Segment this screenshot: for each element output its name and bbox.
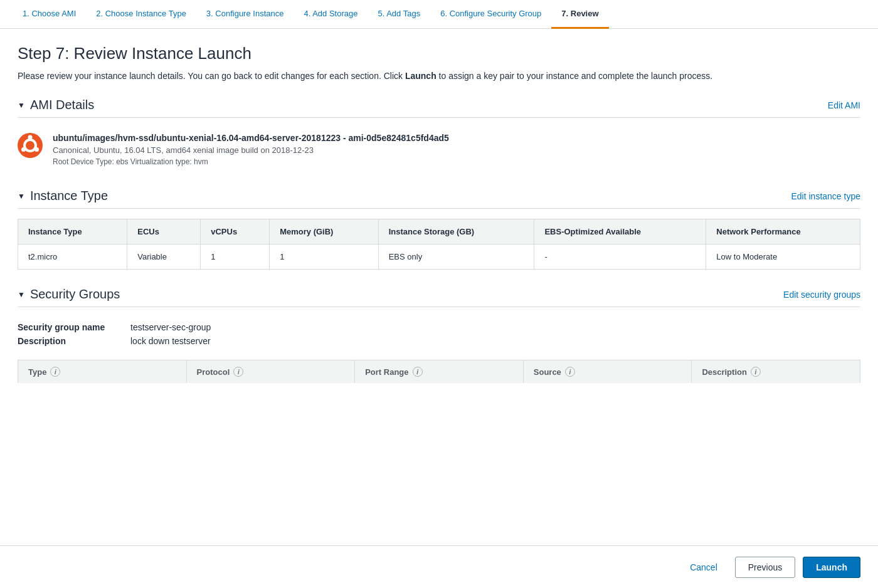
instance-type-title-group: ▼ Instance Type [18,189,108,203]
edit-security-groups-link[interactable]: Edit security groups [783,290,860,300]
launch-button[interactable]: Launch [803,557,860,578]
ami-description: Canonical, Ubuntu, 16.04 LTS, amd64 xeni… [53,145,449,155]
rules-header-source: Sourcei [524,360,692,383]
rules-header-type: Typei [18,360,187,383]
svg-point-4 [34,147,39,152]
wizard-tabs: 1. Choose AMI2. Choose Instance Type3. C… [0,0,878,29]
ami-section-header: ▼ AMI Details Edit AMI [18,98,860,118]
main-content: Step 7: Review Instance Launch Please re… [0,29,878,416]
tab-review[interactable]: 7. Review [551,0,608,29]
tab-add-tags[interactable]: 5. Add Tags [368,0,430,29]
th-ecus: ECUs [127,219,201,244]
sg-name-label: Security group name [18,322,130,332]
rules-header-protocol: Protocoli [187,360,356,383]
instance-type-table: Instance TypeECUsvCPUsMemory (GiB)Instan… [18,219,860,270]
security-groups-section-header: ▼ Security Groups Edit security groups [18,287,860,307]
instance-type-section: ▼ Instance Type Edit instance type Insta… [18,189,860,270]
ami-title-group: ▼ AMI Details [18,98,94,112]
previous-button[interactable]: Previous [735,557,795,578]
ubuntu-logo-icon [18,133,43,158]
td-5: - [534,244,706,270]
rules-header-label-port-range: Port Range [365,367,408,377]
th-memory-gib: Memory (GiB) [270,219,379,244]
edit-instance-type-link[interactable]: Edit instance type [791,191,860,201]
security-groups-details: Security group name testserver-sec-group… [18,317,860,360]
td-6: Low to Moderate [706,244,860,270]
info-icon-description[interactable]: i [751,367,761,377]
info-icon-port-range[interactable]: i [413,367,423,377]
table-row: t2.microVariable11EBS only-Low to Modera… [18,244,860,270]
info-icon-protocol[interactable]: i [233,367,243,377]
rules-table-header: TypeiProtocoliPort RangeiSourceiDescript… [18,360,860,383]
rules-header-label-description: Description [702,367,747,377]
tab-choose-instance-type[interactable]: 2. Choose Instance Type [86,0,196,29]
td-2: 1 [201,244,270,270]
tab-configure-security-group[interactable]: 6. Configure Security Group [430,0,551,29]
ami-details-content: ubuntu/images/hvm-ssd/ubuntu-xenial-16.0… [18,128,860,171]
cancel-button[interactable]: Cancel [680,557,727,577]
edit-ami-link[interactable]: Edit AMI [828,100,860,110]
svg-point-2 [28,135,33,140]
rules-header-description: Descriptioni [692,360,860,383]
page-title: Step 7: Review Instance Launch [18,44,860,63]
sg-name-value: testserver-sec-group [130,322,211,332]
sg-description-label: Description [18,336,130,346]
td-0: t2.micro [18,244,127,270]
sg-name-field: Security group name testserver-sec-group [18,322,860,332]
th-instance-type: Instance Type [18,219,127,244]
instance-type-arrow-icon: ▼ [18,192,25,201]
ami-details-section: ▼ AMI Details Edit AMI ubuntu/images/hvm… [18,98,860,171]
instance-type-section-title: Instance Type [30,189,108,203]
tab-choose-ami[interactable]: 1. Choose AMI [13,0,86,29]
td-3: 1 [270,244,379,270]
ami-name: ubuntu/images/hvm-ssd/ubuntu-xenial-16.0… [53,133,449,143]
security-groups-arrow-icon: ▼ [18,290,25,299]
th-instance-storage-gb: Instance Storage (GB) [378,219,534,244]
rules-header-label-source: Source [534,367,561,377]
security-groups-section: ▼ Security Groups Edit security groups S… [18,287,860,383]
info-icon-type[interactable]: i [50,367,60,377]
instance-type-table-header-row: Instance TypeECUsvCPUsMemory (GiB)Instan… [18,219,860,244]
page-description: Please review your instance launch detai… [18,70,860,83]
ami-meta: Root Device Type: ebs Virtualization typ… [53,157,449,166]
ami-info: ubuntu/images/hvm-ssd/ubuntu-xenial-16.0… [53,133,449,166]
description-end: to assign a key pair to your instance an… [436,71,712,81]
th-vcpus: vCPUs [201,219,270,244]
instance-type-section-header: ▼ Instance Type Edit instance type [18,189,860,209]
footer: Cancel Previous Launch [0,545,878,588]
svg-point-3 [21,147,26,152]
th-ebs-optimized-available: EBS-Optimized Available [534,219,706,244]
rules-header-label-type: Type [28,367,46,377]
description-start: Please review your instance launch detai… [18,71,405,81]
tab-configure-instance[interactable]: 3. Configure Instance [196,0,294,29]
security-groups-section-title: Security Groups [30,287,120,302]
sg-description-value: lock down testserver [130,336,211,346]
ami-arrow-icon: ▼ [18,101,25,110]
td-4: EBS only [378,244,534,270]
tab-add-storage[interactable]: 4. Add Storage [294,0,368,29]
ami-section-title: AMI Details [30,98,94,112]
description-bold: Launch [405,71,436,81]
th-network-performance: Network Performance [706,219,860,244]
info-icon-source[interactable]: i [565,367,575,377]
rules-header-label-protocol: Protocol [197,367,230,377]
rules-header-port-range: Port Rangei [355,360,524,383]
security-groups-title-group: ▼ Security Groups [18,287,120,302]
sg-description-field: Description lock down testserver [18,336,860,346]
td-1: Variable [127,244,201,270]
